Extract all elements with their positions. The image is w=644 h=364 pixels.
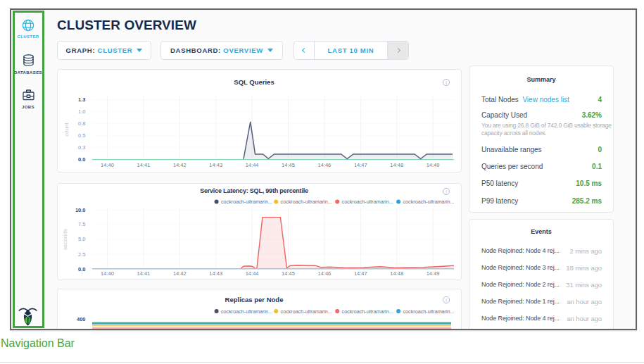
svg-text:400: 400 bbox=[77, 316, 86, 322]
svg-text:1.0: 1.0 bbox=[78, 108, 85, 115]
svg-text:2.5: 2.5 bbox=[78, 251, 85, 258]
svg-text:14:41: 14:41 bbox=[137, 270, 151, 277]
svg-text:14:40: 14:40 bbox=[101, 162, 114, 168]
svg-text:14:43: 14:43 bbox=[209, 162, 222, 168]
svg-text:1.3: 1.3 bbox=[78, 96, 85, 103]
svg-text:0.0: 0.0 bbox=[78, 266, 85, 272]
svg-text:14:45: 14:45 bbox=[282, 270, 295, 277]
svg-text:14:46: 14:46 bbox=[318, 270, 332, 277]
svg-text:14:42: 14:42 bbox=[173, 270, 187, 277]
svg-text:SQL Queries: SQL Queries bbox=[234, 78, 274, 86]
svg-text:7.5: 7.5 bbox=[78, 221, 85, 227]
svg-text:14:47: 14:47 bbox=[354, 162, 367, 168]
svg-text:14:49: 14:49 bbox=[427, 162, 440, 168]
svg-text:14:43: 14:43 bbox=[209, 270, 222, 277]
svg-text:14:45: 14:45 bbox=[282, 162, 295, 168]
svg-text:cockroach-ultramarin...: cockroach-ultramarin... bbox=[281, 199, 332, 205]
svg-text:14:46: 14:46 bbox=[318, 162, 332, 168]
svg-text:cockroach-ultramarin...: cockroach-ultramarin... bbox=[281, 308, 332, 315]
svg-text:seconds: seconds bbox=[62, 229, 68, 250]
svg-text:Replicas per Node: Replicas per Node bbox=[225, 296, 284, 303]
svg-text:14:44: 14:44 bbox=[246, 162, 259, 168]
svg-text:i: i bbox=[446, 189, 447, 194]
svg-text:0.3: 0.3 bbox=[78, 144, 85, 151]
svg-text:cockroach-ultramarin...: cockroach-ultramarin... bbox=[342, 199, 393, 205]
svg-text:count: count bbox=[63, 122, 70, 136]
svg-text:14:48: 14:48 bbox=[390, 270, 403, 277]
svg-text:5.0: 5.0 bbox=[78, 236, 85, 242]
svg-text:cockroach-ultramarin...: cockroach-ultramarin... bbox=[221, 308, 272, 315]
svg-text:cockroach-ultramarin...: cockroach-ultramarin... bbox=[342, 308, 393, 315]
svg-text:0.5: 0.5 bbox=[78, 132, 85, 139]
svg-text:14:44: 14:44 bbox=[246, 270, 259, 277]
svg-text:14:49: 14:49 bbox=[427, 270, 440, 277]
svg-text:14:42: 14:42 bbox=[173, 162, 187, 168]
svg-text:cockroach-ultramarin...: cockroach-ultramarin... bbox=[403, 199, 455, 205]
svg-text:0.0: 0.0 bbox=[78, 156, 85, 163]
svg-text:14:47: 14:47 bbox=[354, 270, 367, 277]
svg-text:14:41: 14:41 bbox=[137, 162, 151, 168]
svg-text:cockroach-ultramarin...: cockroach-ultramarin... bbox=[403, 308, 455, 315]
svg-text:Service Latency: SQL, 99th per: Service Latency: SQL, 99th percentile bbox=[200, 187, 308, 194]
svg-text:cockroach-ultramarin...: cockroach-ultramarin... bbox=[221, 199, 272, 205]
svg-text:i: i bbox=[446, 80, 447, 85]
svg-text:14:48: 14:48 bbox=[390, 162, 403, 168]
svg-text:0.8: 0.8 bbox=[78, 120, 85, 127]
svg-text:14:40: 14:40 bbox=[101, 270, 114, 277]
svg-text:10.0: 10.0 bbox=[75, 207, 86, 213]
svg-text:i: i bbox=[446, 298, 447, 303]
